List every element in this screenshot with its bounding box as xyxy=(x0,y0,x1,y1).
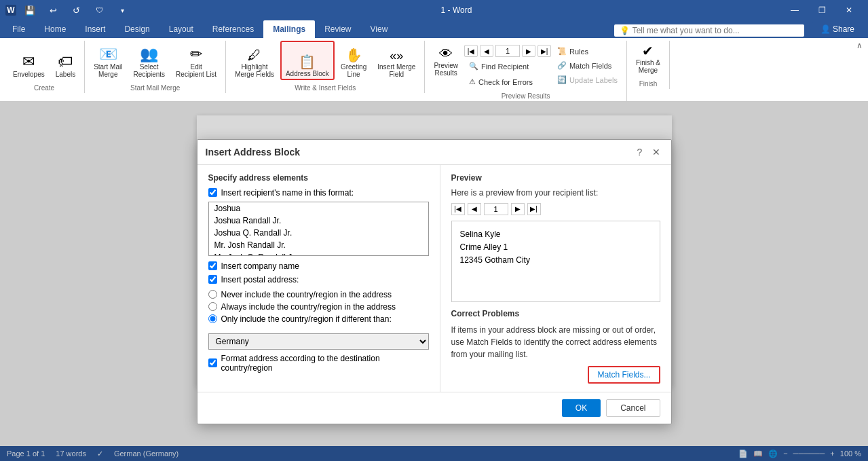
radio-never-label: Never include the country/region in the … xyxy=(221,290,392,299)
ribbon-content: ✉ Envelopes 🏷 Labels Create 📧 Start Mail… xyxy=(0,38,868,102)
dialog-right-panel: Preview Here is a preview from your reci… xyxy=(440,165,671,392)
tab-references[interactable]: References xyxy=(203,20,263,38)
greeting-line-button[interactable]: ✋ GreetingLine xyxy=(336,41,371,80)
insert-postal-row: Insert postal address: xyxy=(208,275,429,284)
address-block-label: Address Block xyxy=(286,70,329,77)
tab-view[interactable]: View xyxy=(361,20,398,38)
radio-only[interactable] xyxy=(208,314,217,323)
dialog-close-button[interactable]: ✕ xyxy=(649,145,663,159)
insert-company-checkbox[interactable] xyxy=(208,261,217,270)
envelopes-label: Envelopes xyxy=(13,71,45,78)
tab-insert[interactable]: Insert xyxy=(75,20,115,38)
close-button[interactable]: ✕ xyxy=(835,0,863,20)
nav-last-button[interactable]: ▶| xyxy=(537,45,551,57)
tab-mailings[interactable]: Mailings xyxy=(263,20,315,38)
nav-prev-button[interactable]: ◀ xyxy=(480,45,493,57)
insert-merge-field-button[interactable]: «» Insert MergeField xyxy=(373,41,420,80)
name-option-mr-josh-randall[interactable]: Mr. Josh Randall Jr. xyxy=(209,239,428,251)
preview-nav-prev[interactable]: ◀ xyxy=(468,203,481,215)
match-fields-ribbon-button[interactable]: 🔗 Match Fields xyxy=(552,59,622,72)
match-fields-button[interactable]: Match Fields... xyxy=(588,366,660,384)
dialog-help-button[interactable]: ? xyxy=(633,145,647,159)
tell-me-input[interactable] xyxy=(633,26,799,35)
dialog-body: Specify address elements Insert recipien… xyxy=(197,165,671,392)
tab-layout[interactable]: Layout xyxy=(159,20,203,38)
check-for-errors-button[interactable]: ⚠ Check for Errors xyxy=(464,75,551,88)
save-button[interactable]: 💾 xyxy=(20,1,39,20)
ribbon-tab-row: File Home Insert Design Layout Reference… xyxy=(0,20,868,38)
insert-company-label: Insert company name xyxy=(221,261,299,271)
name-option-mr-josh-q-randall[interactable]: Mr. Josh Q. Randall Jr. xyxy=(209,251,428,256)
redo-button[interactable]: ↺ xyxy=(67,1,86,20)
undo-button[interactable]: ↩ xyxy=(43,1,62,20)
dialog-title-bar: Insert Address Block ? ✕ xyxy=(197,140,671,165)
start-mail-merge-label: Start MailMerge xyxy=(94,63,122,78)
radio-always[interactable] xyxy=(208,302,217,311)
share-button[interactable]: 👤 Share xyxy=(812,22,863,37)
nav-first-button[interactable]: |◀ xyxy=(464,45,478,57)
update-labels-button[interactable]: 🔄 Update Labels xyxy=(552,73,622,86)
select-recipients-button[interactable]: 👥 SelectRecipients xyxy=(128,41,170,80)
insert-name-checkbox[interactable] xyxy=(208,188,217,197)
find-recipient-button[interactable]: 🔍 Find Recipient xyxy=(464,60,551,73)
qat-dropdown-button[interactable]: ▾ xyxy=(113,1,132,20)
check-errors-icon: ⚠ xyxy=(469,77,476,86)
finish-group-label: Finish xyxy=(639,79,658,89)
finish-merge-button[interactable]: ✔ Finish &Merge xyxy=(631,41,665,76)
tab-review[interactable]: Review xyxy=(315,20,360,38)
nav-next-button[interactable]: ▶ xyxy=(522,45,535,57)
insert-postal-checkbox[interactable] xyxy=(208,275,217,284)
country-dropdown[interactable]: Germany United States United Kingdom Fra… xyxy=(208,333,429,350)
radio-never-row: Never include the country/region in the … xyxy=(208,290,429,299)
update-labels-label: Update Labels xyxy=(569,76,618,84)
protect-button[interactable]: 🛡 xyxy=(90,1,109,20)
radio-never[interactable] xyxy=(208,290,217,299)
radio-always-label: Always include the country/region in the… xyxy=(221,302,396,312)
ok-button[interactable]: OK xyxy=(562,399,601,417)
app-window: W 💾 ↩ ↺ 🛡 ▾ 1 - Word — ❐ ✕ File Home Ins… xyxy=(0,0,868,461)
ribbon-collapse-button[interactable]: ∧ xyxy=(856,41,863,50)
start-mail-merge-button[interactable]: 📧 Start MailMerge xyxy=(89,41,127,80)
edit-recipient-list-icon: ✏ xyxy=(190,47,202,62)
check-errors-label: Check for Errors xyxy=(478,78,533,86)
insert-company-row: Insert company name xyxy=(208,261,429,271)
correct-problems-title: Correct Problems xyxy=(451,309,660,318)
labels-label: Labels xyxy=(56,71,75,78)
finish-merge-label: Finish &Merge xyxy=(636,59,660,74)
preview-results-group-label: Preview Results xyxy=(502,91,550,101)
tab-home[interactable]: Home xyxy=(35,20,75,38)
tab-file[interactable]: File xyxy=(3,20,35,38)
tab-design[interactable]: Design xyxy=(115,20,159,38)
ribbon-group-finish: ✔ Finish &Merge Finish xyxy=(627,41,670,89)
edit-recipient-list-button[interactable]: ✏ EditRecipient List xyxy=(171,41,221,80)
nav-page-input[interactable] xyxy=(495,45,520,57)
insert-postal-label: Insert postal address: xyxy=(221,275,299,284)
cancel-button[interactable]: Cancel xyxy=(606,399,660,417)
preview-results-button[interactable]: 👁 PreviewResults xyxy=(429,43,463,79)
name-format-list[interactable]: Joshua Joshua Randall Jr. Joshua Q. Rand… xyxy=(208,202,429,256)
edit-recipient-list-label: EditRecipient List xyxy=(176,63,216,78)
highlight-merge-fields-button[interactable]: 🖊 HighlightMerge Fields xyxy=(230,41,279,80)
title-bar-left: W 💾 ↩ ↺ 🛡 ▾ xyxy=(5,1,132,20)
name-option-joshua[interactable]: Joshua xyxy=(209,202,428,215)
title-bar-right: — ❐ ✕ xyxy=(781,0,863,20)
rules-button[interactable]: 📜 Rules xyxy=(552,45,622,58)
preview-nav-last[interactable]: ▶| xyxy=(527,203,541,215)
preview-nav-next[interactable]: ▶ xyxy=(511,203,525,215)
preview-nav-first[interactable]: |◀ xyxy=(451,203,465,215)
finish-merge-icon: ✔ xyxy=(642,44,654,58)
format-address-checkbox[interactable] xyxy=(208,358,217,367)
labels-button[interactable]: 🏷 Labels xyxy=(51,41,80,80)
name-option-joshua-randall[interactable]: Joshua Randall Jr. xyxy=(209,215,428,227)
address-block-button[interactable]: 📋 Address Block xyxy=(280,41,335,80)
restore-button[interactable]: ❐ xyxy=(808,0,835,20)
minimize-button[interactable]: — xyxy=(781,0,808,20)
name-option-joshua-q-randall[interactable]: Joshua Q. Randall Jr. xyxy=(209,227,428,239)
dialog-left-panel: Specify address elements Insert recipien… xyxy=(197,165,440,392)
write-insert-fields-group-label: Write & Insert Fields xyxy=(295,83,356,93)
highlight-merge-fields-icon: 🖊 xyxy=(248,48,261,62)
update-labels-icon: 🔄 xyxy=(557,75,567,84)
envelopes-button[interactable]: ✉ Envelopes xyxy=(8,41,50,80)
preview-nav-input[interactable] xyxy=(484,203,508,215)
format-checkbox-row: Format address according to the destinat… xyxy=(208,354,429,373)
